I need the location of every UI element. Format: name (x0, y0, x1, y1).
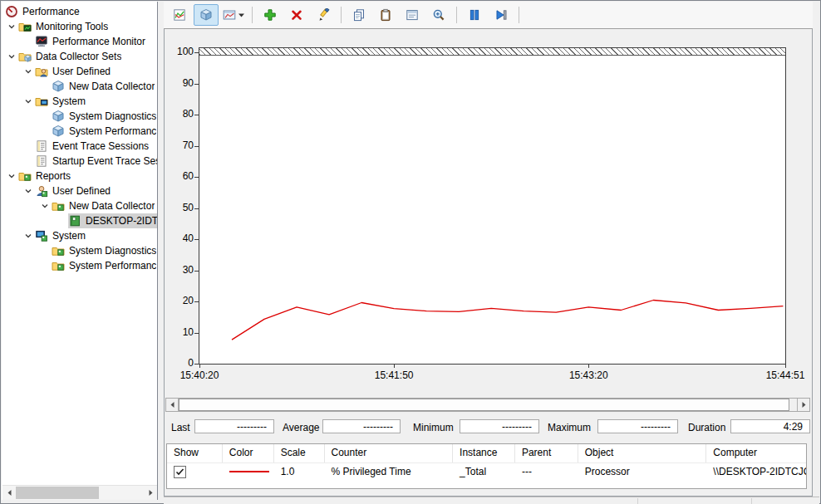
y-axis-tick-label: 90 (169, 77, 194, 90)
parent-cell: --- (515, 463, 578, 480)
freeze-display-button[interactable] (462, 4, 487, 26)
tree-item-user-defined[interactable]: User Defined (2, 64, 157, 79)
tree-item-content[interactable]: New Data Collector (52, 79, 157, 94)
tree-item-new-data-collector[interactable]: New Data Collector (2, 198, 157, 213)
tree-item-system-diagnostics[interactable]: System Diagnostics (2, 243, 157, 258)
column-header-instance[interactable]: Instance (453, 444, 515, 462)
show-checkbox[interactable] (174, 466, 186, 478)
change-graph-type-button[interactable] (220, 4, 247, 26)
view-log-data-button[interactable] (194, 4, 219, 26)
tree-item-content[interactable]: System (35, 228, 157, 243)
tree-item-system-performanc[interactable]: System Performanc (2, 258, 157, 273)
tree-item-content[interactable]: Performance Monitor (35, 34, 157, 49)
tree-item-content[interactable]: User Defined (35, 183, 157, 198)
scroll-left-arrow-icon[interactable] (166, 399, 179, 411)
scroll-right-arrow-icon[interactable] (797, 399, 809, 411)
folder-report-icon (52, 199, 65, 213)
tree-item-content[interactable]: System Diagnostics (52, 243, 157, 258)
tree-item-content[interactable]: Monitoring Tools (18, 19, 157, 34)
tree-item-content[interactable]: DESKTOP-2IDTC (68, 213, 157, 228)
expander-chevron-down-icon[interactable] (5, 169, 18, 183)
scroll-left-arrow-icon[interactable] (3, 487, 15, 499)
counter-row[interactable]: 1.0% Privileged Time_Total---Processor\\… (167, 463, 806, 480)
tree-item-performance-monitor[interactable]: Performance Monitor (2, 34, 157, 49)
tree-item-content[interactable]: System Performanc (52, 258, 157, 273)
tree-item-content[interactable]: System Diagnostics (52, 109, 157, 124)
view-current-activity-button[interactable] (167, 4, 192, 26)
graph-scrollbar-thumb[interactable] (179, 399, 789, 411)
expander-chevron-down-icon[interactable] (38, 198, 52, 213)
column-header-object[interactable]: Object (578, 444, 707, 462)
tree-item-content[interactable]: Reports (18, 169, 157, 183)
highlight-button[interactable] (311, 4, 336, 26)
graph-time-scrollbar[interactable] (165, 398, 810, 412)
tree-item-data-collector-sets[interactable]: Data Collector Sets (2, 49, 157, 64)
tree-item-performance[interactable]: Performance (2, 4, 157, 19)
tree-item-monitoring-tools[interactable]: Monitoring Tools (2, 19, 157, 34)
panel-splitter[interactable] (158, 2, 164, 500)
tree-item-system[interactable]: System (2, 94, 157, 109)
column-header-counter[interactable]: Counter (325, 444, 454, 462)
tree-item-system[interactable]: System (2, 228, 157, 243)
toolbar-separator (341, 7, 342, 23)
expander-chevron-down-icon[interactable] (22, 183, 35, 198)
expander-placeholder (22, 34, 35, 49)
clipboard-icon (379, 8, 392, 22)
tree-item-content[interactable]: System (35, 94, 157, 109)
column-header-parent[interactable]: Parent (515, 444, 578, 462)
tree-item-content[interactable]: Event Trace Sessions (35, 139, 157, 154)
tree-item-label: System Diagnostics (69, 245, 156, 257)
tree-item-desktop-2idtc[interactable]: DESKTOP-2IDTC (2, 213, 157, 228)
tree-item-content[interactable]: Data Collector Sets (18, 49, 157, 64)
tree-item-content[interactable]: Performance (5, 4, 157, 19)
column-header-color[interactable]: Color (223, 444, 274, 462)
performance-gauge-icon (5, 5, 18, 18)
tree-item-label: User Defined (52, 185, 111, 197)
expander-chevron-down-icon[interactable] (22, 228, 35, 243)
update-data-button[interactable] (489, 4, 514, 26)
delete-counter-button[interactable] (284, 4, 309, 26)
column-header-computer[interactable]: Computer (706, 444, 806, 462)
tree-item-label: New Data Collector (69, 200, 155, 212)
tree-item-system-diagnostics[interactable]: System Diagnostics (2, 109, 157, 124)
graph-picture-icon (223, 8, 236, 22)
y-axis-tick-label: 50 (169, 202, 194, 214)
tree-item-event-trace-sessions[interactable]: Event Trace Sessions (2, 139, 157, 154)
expander-chevron-down-icon[interactable] (22, 64, 35, 79)
tree-item-content[interactable]: Startup Event Trace Ses (35, 154, 157, 169)
tree-item-content[interactable]: New Data Collector (52, 198, 157, 213)
performance-monitor-icon (35, 35, 48, 48)
column-header-scale[interactable]: Scale (274, 444, 325, 462)
zoom-button[interactable] (426, 4, 451, 26)
paste-counter-list-button[interactable] (373, 4, 398, 26)
y-axis-tick-label: 30 (169, 264, 194, 276)
scale-cell: 1.0 (274, 463, 325, 480)
tree-item-new-data-collector[interactable]: New Data Collector (2, 79, 157, 94)
tree-item-reports[interactable]: Reports (2, 169, 157, 183)
copy-properties-button[interactable] (347, 4, 371, 26)
computer-cell: \\DESKTOP-2IDTCJG (706, 463, 806, 480)
tree-item-label: User Defined (52, 66, 111, 77)
y-axis-tick-label: 70 (169, 139, 194, 152)
x-axis-tick (785, 365, 786, 368)
tree-item-user-defined[interactable]: User Defined (2, 183, 157, 198)
table-header-row: ShowColorScaleCounterInstanceParentObjec… (167, 444, 806, 463)
tree-item-content[interactable]: User Defined (35, 64, 157, 79)
dropdown-arrow-icon[interactable] (238, 13, 244, 17)
tree-item-system-performanc[interactable]: System Performanc (2, 124, 157, 139)
expander-chevron-down-icon[interactable] (22, 94, 35, 109)
tree-item-content[interactable]: System Performanc (52, 124, 157, 139)
add-counter-button[interactable] (258, 4, 283, 26)
y-axis-tick (194, 364, 199, 365)
properties-button[interactable] (400, 4, 425, 26)
expander-placeholder (38, 243, 52, 258)
expander-chevron-down-icon[interactable] (5, 19, 18, 34)
tree-item-startup-event-trace-ses[interactable]: Startup Event Trace Ses (2, 154, 157, 169)
column-header-show[interactable]: Show (167, 444, 223, 462)
tree-horizontal-scrollbar[interactable] (2, 485, 157, 500)
toolbar-separator (252, 7, 253, 23)
y-axis-tick-label: 60 (169, 170, 194, 183)
scroll-right-arrow-icon[interactable] (145, 487, 156, 499)
expander-chevron-down-icon[interactable] (5, 49, 18, 64)
tree-scrollbar-thumb[interactable] (16, 487, 99, 499)
